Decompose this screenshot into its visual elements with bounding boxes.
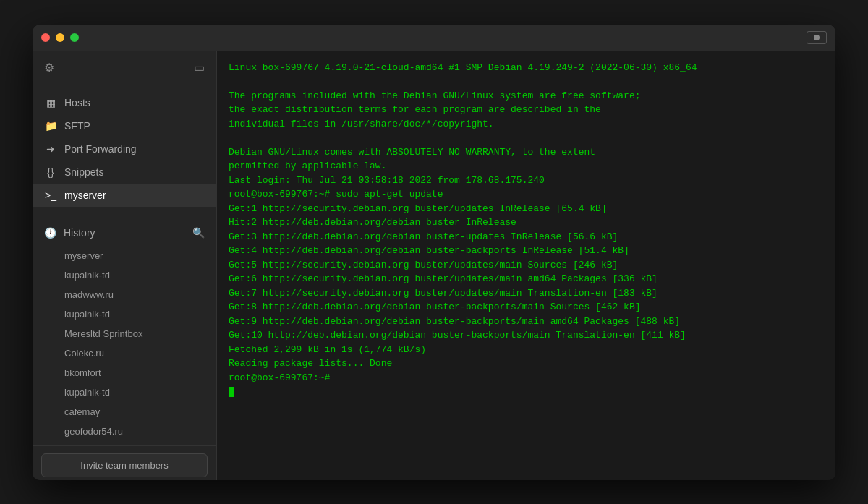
recording-dot xyxy=(814,35,820,40)
sidebar-item-sftp[interactable]: 📁 SFTP xyxy=(33,114,216,137)
hosts-icon: ▦ xyxy=(44,97,57,108)
content-area: ⚙ ▭ ▦ Hosts 📁 SFTP ➜ Port Forwarding xyxy=(33,51,835,480)
terminal-icon: >_ xyxy=(44,189,57,201)
sidebar-item-port-forwarding-label: Port Forwarding xyxy=(64,143,137,155)
invite-team-button[interactable]: Invite team members xyxy=(41,453,208,477)
history-item-meresltd[interactable]: Meresltd Sprintbox xyxy=(33,324,216,343)
history-item-kupalnik-td-1[interactable]: kupalnik-td xyxy=(33,265,216,285)
history-search-icon[interactable]: 🔍 xyxy=(192,227,205,239)
sidebar-item-myserver-label: myserver xyxy=(64,189,106,201)
history-label: History xyxy=(64,227,95,239)
history-item-colekc[interactable]: Colekc.ru xyxy=(33,343,216,363)
history-header: 🕐 History 🔍 xyxy=(33,221,216,244)
history-item-cafemay[interactable]: cafemay xyxy=(33,402,216,422)
port-forwarding-icon: ➜ xyxy=(44,143,57,155)
history-items: myserver kupalnik-td madwww.ru kupalnik-… xyxy=(33,244,216,443)
sidebar-item-hosts[interactable]: ▦ Hosts xyxy=(33,91,216,114)
titlebar xyxy=(33,25,835,51)
history-section: 🕐 History 🔍 myserver kupalnik-td madwww.… xyxy=(33,218,216,445)
sftp-icon: 📁 xyxy=(44,120,57,132)
sidebar-top: ⚙ ▭ xyxy=(33,51,216,85)
settings-icon[interactable]: ⚙ xyxy=(41,58,57,77)
terminal-output: Linux box-699767 4.19.0-21-cloud-amd64 #… xyxy=(229,61,824,385)
history-item-bkomfort[interactable]: bkomfort xyxy=(33,363,216,383)
maximize-button[interactable] xyxy=(70,33,79,42)
history-header-left: 🕐 History xyxy=(44,227,95,239)
sidebar-item-myserver[interactable]: >_ myserver xyxy=(33,184,216,207)
minimize-button[interactable] xyxy=(56,33,64,42)
sidebar-item-snippets[interactable]: {} Snippets xyxy=(33,161,216,184)
traffic-lights xyxy=(41,33,79,42)
sidebar-item-port-forwarding[interactable]: ➜ Port Forwarding xyxy=(33,137,216,161)
close-button[interactable] xyxy=(41,33,50,42)
history-item-geofodor[interactable]: geofodor54.ru xyxy=(33,422,216,441)
history-item-kupalnik-td-3[interactable]: kupalnik-td xyxy=(33,383,216,402)
main-window: ⚙ ▭ ▦ Hosts 📁 SFTP ➜ Port Forwarding xyxy=(33,25,835,480)
sidebar-item-hosts-label: Hosts xyxy=(64,97,90,108)
terminal-cursor xyxy=(229,387,234,397)
snippets-icon: {} xyxy=(44,166,57,178)
sidebar-nav: ▦ Hosts 📁 SFTP ➜ Port Forwarding {} Snip… xyxy=(33,85,216,213)
titlebar-right xyxy=(807,31,827,44)
sidebar-item-sftp-label: SFTP xyxy=(64,120,90,132)
monitor-icon[interactable]: ▭ xyxy=(191,58,208,77)
terminal-panel[interactable]: Linux box-699767 4.19.0-21-cloud-amd64 #… xyxy=(217,51,835,480)
sidebar: ⚙ ▭ ▦ Hosts 📁 SFTP ➜ Port Forwarding xyxy=(33,51,217,480)
history-item-myserver[interactable]: myserver xyxy=(33,246,216,265)
history-icon: 🕐 xyxy=(44,227,56,239)
sidebar-item-snippets-label: Snippets xyxy=(64,166,103,178)
history-item-madwww[interactable]: madwww.ru xyxy=(33,285,216,304)
recording-icon xyxy=(807,31,827,44)
sidebar-bottom: Invite team members xyxy=(33,445,216,480)
history-item-kupalnik-td-2[interactable]: kupalnik-td xyxy=(33,304,216,324)
